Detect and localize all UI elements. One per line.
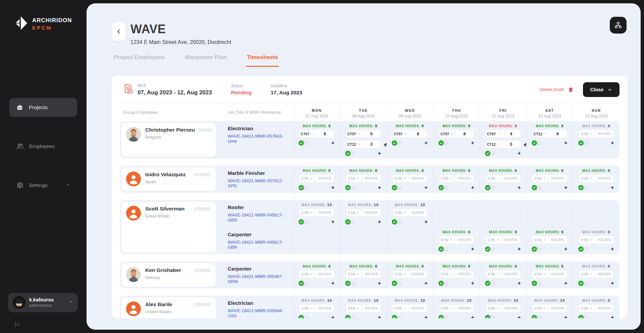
confirm-toggle[interactable] — [392, 220, 402, 224]
contract-type-select[interactable]: CT07 — [392, 130, 409, 138]
contract-type-select[interactable]: CT12 — [532, 130, 548, 138]
hours-input[interactable]: HOURS — [362, 209, 381, 217]
hours-input[interactable]: HOURS — [548, 270, 567, 278]
eraser-button[interactable] — [383, 142, 388, 147]
contract-type-select[interactable]: CT07 — [346, 130, 362, 138]
mmr-reference-link[interactable]: WAVE-18421-MMR-045617-GBR — [228, 240, 291, 250]
add-entry-button[interactable]: + — [331, 141, 334, 145]
contract-type-select[interactable]: CTR — [579, 270, 595, 278]
add-entry-button[interactable]: + — [378, 185, 381, 190]
hours-input[interactable]: HOURS — [455, 175, 474, 182]
confirm-toggle[interactable] — [345, 316, 356, 319]
add-entry-button[interactable]: + — [564, 281, 568, 286]
confirm-toggle[interactable] — [345, 186, 356, 190]
add-entry-button[interactable]: + — [331, 185, 334, 190]
contract-type-select[interactable]: CT07 — [299, 130, 315, 138]
hours-input[interactable]: HOURS — [315, 270, 334, 278]
add-entry-button[interactable]: + — [378, 281, 381, 286]
add-entry-button[interactable]: + — [471, 247, 474, 251]
contract-type-select[interactable]: CTR — [532, 236, 548, 244]
close-button[interactable]: Close — [583, 82, 620, 97]
hours-input[interactable]: HOURS — [502, 236, 521, 244]
contract-type-select[interactable]: CTR — [392, 175, 409, 182]
hours-input[interactable]: 5 — [362, 130, 381, 138]
confirm-toggle[interactable] — [579, 316, 589, 319]
add-entry-button[interactable]: + — [518, 281, 521, 286]
contract-type-select[interactable]: CTR — [346, 270, 362, 278]
confirm-toggle[interactable] — [299, 141, 309, 145]
hours-input[interactable]: HOURS — [455, 236, 474, 244]
hours-input[interactable]: 8 — [455, 130, 474, 138]
confirm-toggle[interactable] — [392, 141, 402, 145]
confirm-toggle[interactable] — [532, 316, 542, 319]
mmr-reference-link[interactable]: WAVE-18421-MMR-057612-SPN — [228, 178, 291, 188]
confirm-toggle[interactable] — [439, 281, 449, 286]
project-structure-button[interactable] — [610, 17, 627, 34]
confirm-toggle[interactable] — [392, 281, 402, 286]
contract-type-select[interactable]: CT12 — [346, 140, 362, 148]
add-entry-button[interactable]: + — [518, 315, 521, 318]
add-entry-button[interactable]: + — [564, 247, 568, 251]
hours-input[interactable]: HOURS — [502, 175, 521, 182]
employee-card[interactable]: Alex BarileCP0005United States — [121, 297, 216, 318]
contract-type-select[interactable]: CTR — [532, 175, 548, 182]
employee-card[interactable]: Scott SilvermanCP0003Great Britain — [121, 202, 216, 252]
contract-type-select[interactable]: CTR — [346, 209, 362, 217]
contract-type-select[interactable]: CTR — [299, 270, 315, 278]
confirm-toggle[interactable] — [485, 247, 495, 251]
hours-input[interactable]: HOURS — [595, 270, 614, 278]
hours-input[interactable]: 5 — [502, 140, 521, 148]
hours-input[interactable]: HOURS — [502, 270, 521, 278]
confirm-toggle[interactable] — [485, 186, 495, 190]
add-entry-button[interactable]: + — [518, 185, 521, 190]
add-entry-button[interactable]: + — [331, 220, 334, 224]
add-entry-button[interactable]: + — [424, 315, 428, 318]
add-entry-button[interactable]: + — [424, 185, 428, 190]
sidebar-item-projects[interactable]: Projects — [9, 98, 77, 117]
hours-input[interactable]: 8 — [409, 130, 427, 138]
hours-input[interactable]: HOURS — [595, 304, 614, 312]
hours-input[interactable]: HOURS — [315, 175, 334, 182]
contract-type-select[interactable]: CTR — [439, 175, 455, 182]
contract-type-select[interactable]: CTR — [299, 175, 315, 182]
user-menu[interactable]: k.kafouros administrator — [8, 293, 78, 312]
add-entry-button[interactable]: + — [564, 185, 568, 190]
hours-input[interactable]: HOURS — [595, 130, 614, 138]
contract-type-select[interactable]: CTR — [579, 236, 595, 244]
contract-type-select[interactable]: CTR — [579, 304, 595, 312]
hours-input[interactable]: HOURS — [455, 304, 474, 312]
add-entry-button[interactable]: + — [611, 141, 614, 145]
confirm-toggle[interactable] — [579, 141, 589, 145]
confirm-toggle[interactable] — [345, 281, 356, 286]
contract-type-select[interactable]: CTR — [486, 175, 502, 182]
contract-type-select[interactable]: CTR — [346, 175, 362, 182]
contract-type-select[interactable]: CTR — [486, 236, 502, 244]
mmr-reference-link[interactable]: WAVE-18421-MMR-045617-GBR — [228, 212, 291, 223]
contract-type-select[interactable]: CTR — [392, 270, 409, 278]
back-button[interactable] — [112, 22, 126, 41]
contract-type-select[interactable]: CTR — [299, 304, 315, 312]
add-entry-button[interactable]: + — [378, 220, 381, 224]
add-entry-button[interactable]: + — [424, 281, 428, 286]
contract-type-select[interactable]: CTR — [392, 304, 409, 312]
contract-type-select[interactable]: CT07 — [486, 130, 502, 138]
hours-input[interactable]: HOURS — [362, 175, 381, 182]
contract-type-select[interactable]: CTR — [439, 236, 455, 244]
confirm-toggle[interactable] — [392, 316, 402, 319]
contract-type-select[interactable]: CT07 — [439, 130, 455, 138]
confirm-toggle[interactable] — [299, 220, 309, 224]
contract-type-select[interactable]: CTR — [579, 130, 595, 138]
eraser-button[interactable] — [523, 142, 528, 147]
contract-type-select[interactable]: CTR — [392, 209, 409, 217]
add-entry-button[interactable]: + — [611, 281, 614, 286]
hours-input[interactable]: HOURS — [455, 270, 474, 278]
confirm-toggle[interactable] — [299, 316, 309, 319]
tab-project-employees[interactable]: Project Employees — [113, 54, 165, 67]
confirm-toggle[interactable] — [579, 281, 589, 286]
hours-input[interactable]: HOURS — [315, 304, 334, 312]
contract-type-select[interactable]: CTR — [439, 270, 455, 278]
confirm-toggle[interactable] — [439, 186, 449, 190]
confirm-toggle[interactable] — [579, 247, 589, 251]
contract-type-select[interactable]: CTR — [486, 270, 502, 278]
confirm-toggle[interactable] — [485, 316, 495, 319]
